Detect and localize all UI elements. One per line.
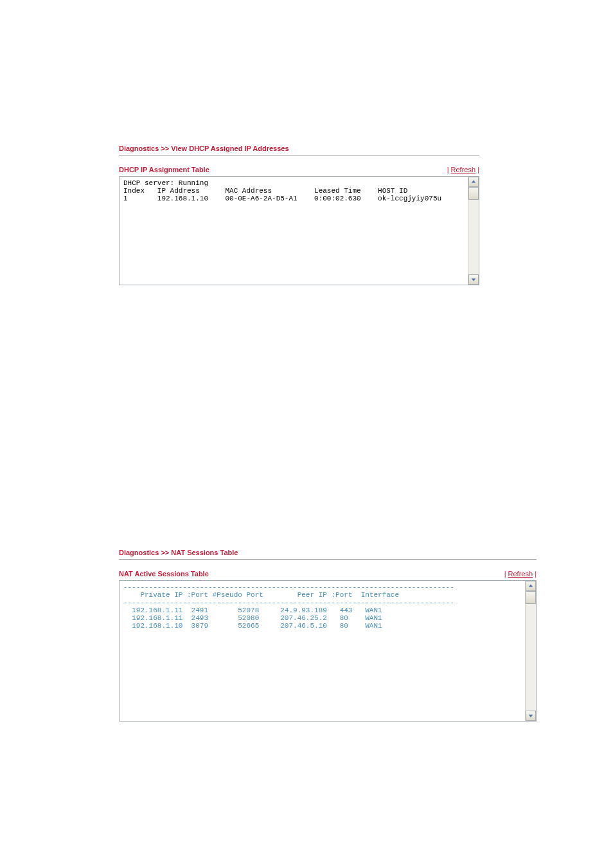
chevron-down-icon [471,276,476,283]
divider [119,559,537,560]
scroll-thumb[interactable] [468,187,479,200]
scroll-down-button[interactable] [468,274,479,285]
dhcp-output-text: DHCP server: Running Index IP Address MA… [120,177,468,285]
refresh-group: | Refresh | [447,166,479,173]
refresh-link[interactable]: Refresh [451,166,476,173]
nat-output-box: ----------------------------------------… [119,580,537,722]
scrollbar[interactable] [468,177,479,285]
scroll-track[interactable] [526,591,536,711]
scroll-thumb[interactable] [526,591,536,604]
refresh-link[interactable]: Refresh [508,570,533,578]
chevron-up-icon [528,582,533,590]
pipe-right: | [535,570,537,578]
dhcp-output-box: DHCP server: Running Index IP Address MA… [119,176,479,285]
divider [119,155,479,155]
pipe-left: | [504,570,506,578]
breadcrumb: Diagnostics >> View DHCP Assigned IP Add… [119,145,479,155]
pipe-left: | [447,166,449,173]
dhcp-table-title: DHCP IP Assignment Table [119,166,209,173]
nat-table-title: NAT Active Sessions Table [119,570,209,578]
scroll-track[interactable] [468,187,479,274]
chevron-down-icon [528,712,533,720]
scrollbar[interactable] [525,581,536,721]
nat-output-text: ----------------------------------------… [120,581,525,721]
pipe-right: | [477,166,479,173]
breadcrumb: Diagnostics >> NAT Sessions Table [119,549,537,559]
scroll-up-button[interactable] [468,177,479,187]
scroll-up-button[interactable] [526,581,536,591]
refresh-group: | Refresh | [504,570,537,578]
scroll-down-button[interactable] [526,711,536,721]
chevron-up-icon [471,178,476,186]
